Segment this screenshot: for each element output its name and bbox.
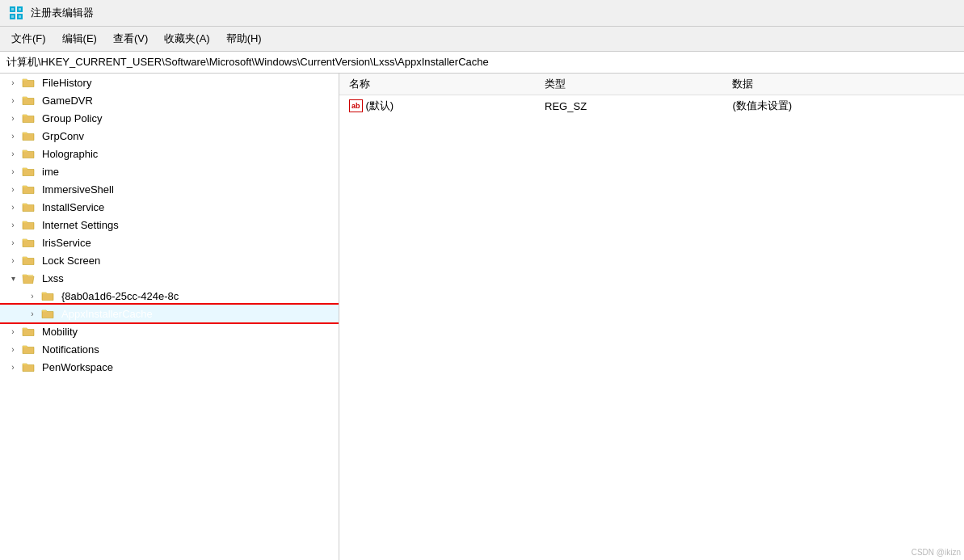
reg-name: ab(默认) (339, 95, 535, 117)
tree-label-grouppolicy: Group Policy (40, 112, 102, 124)
folder-icon-gamedvr (21, 94, 36, 107)
table-row[interactable]: ab(默认)REG_SZ(数值未设置) (339, 95, 964, 117)
tree-item-holographic[interactable]: › Holographic (0, 145, 339, 162)
app-icon (8, 5, 24, 21)
menu-item-a[interactable]: 收藏夹(A) (158, 29, 216, 48)
tree-label-grpconv: GrpConv (40, 130, 84, 142)
expand-icon-mobility[interactable]: › (6, 325, 19, 338)
folder-icon-grouppolicy (21, 112, 36, 124)
expand-icon-internetsettings[interactable]: › (6, 218, 19, 231)
expand-icon-immersiveshell[interactable]: › (6, 183, 19, 196)
registry-table: 名称 类型 数据 ab(默认)REG_SZ(数值未设置) (339, 74, 964, 116)
tree-label-penworkspace: PenWorkspace (40, 361, 113, 373)
tree-item-lockscreen[interactable]: › Lock Screen (0, 251, 339, 269)
expand-icon-grouppolicy[interactable]: › (6, 112, 19, 124)
tree-item-mobility[interactable]: › Mobility (0, 322, 339, 340)
expand-icon-filehistory[interactable]: › (6, 76, 19, 89)
expand-icon-lxss[interactable]: ▾ (6, 272, 19, 284)
tree-item-gamedvr[interactable]: › GameDVR (0, 91, 339, 109)
col-name: 名称 (339, 74, 535, 95)
tree-label-installservice: InstallService (40, 201, 104, 213)
tree-item-internetsettings[interactable]: › Internet Settings (0, 216, 339, 234)
expand-icon-notifications[interactable]: › (6, 343, 19, 356)
reg-data: (数值未设置) (722, 95, 964, 117)
folder-icon-notifications (21, 343, 36, 356)
svg-rect-4 (11, 8, 14, 11)
tree-item-filehistory[interactable]: › FileHistory (0, 74, 339, 91)
tree-label-lxss: Lxss (40, 272, 64, 284)
expand-icon-installservice[interactable]: › (6, 200, 19, 213)
tree-label-lockscreen: Lock Screen (40, 255, 100, 267)
tree-label-internetsettings: Internet Settings (40, 219, 119, 231)
tree-item-appxinstallercache[interactable]: › AppxInstallerCache (0, 305, 339, 322)
watermark: CSDN @ikizn (911, 548, 961, 557)
tree-item-irisservice[interactable]: › IrisService (0, 234, 339, 251)
folder-icon-mobility (21, 325, 36, 338)
tree-item-grouppolicy[interactable]: › Group Policy (0, 109, 339, 127)
right-panel: 名称 类型 数据 ab(默认)REG_SZ(数值未设置) (339, 74, 964, 560)
reg-type: REG_SZ (535, 95, 722, 117)
folder-icon-installservice (21, 200, 36, 213)
svg-rect-6 (11, 15, 14, 18)
folder-icon-lxss (21, 272, 36, 284)
folder-icon-appxinstallercache (40, 307, 55, 320)
tree-label-ime: ime (40, 166, 59, 178)
folder-icon-internetsettings (21, 218, 36, 231)
folder-icon-holographic (21, 147, 36, 160)
tree-item-notifications[interactable]: › Notifications (0, 340, 339, 358)
tree-item-immersiveshell[interactable]: › ImmersiveShell (0, 180, 339, 198)
breadcrumb-bar: 计算机\HKEY_CURRENT_USER\Software\Microsoft… (0, 52, 964, 74)
menu-item-v[interactable]: 查看(V) (107, 29, 154, 48)
expand-icon-lockscreen[interactable]: › (6, 254, 19, 267)
tree-label-filehistory: FileHistory (40, 77, 91, 89)
reg-default-label: (默认) (366, 99, 394, 113)
svg-rect-7 (19, 15, 21, 18)
tree-label-notifications: Notifications (40, 343, 99, 356)
svg-rect-5 (19, 8, 21, 11)
tree-label-irisservice: IrisService (40, 237, 91, 249)
folder-icon-irisservice (21, 236, 36, 249)
expand-icon-gamedvr[interactable]: › (6, 94, 19, 107)
folder-icon-penworkspace (21, 360, 36, 373)
menu-bar: 文件(F)编辑(E)查看(V)收藏夹(A)帮助(H) (0, 27, 964, 52)
tree-item-ime[interactable]: › ime (0, 162, 339, 180)
menu-item-h[interactable]: 帮助(H) (220, 29, 268, 48)
tree-label-appxinstallercache: AppxInstallerCache (60, 308, 153, 320)
menu-item-e[interactable]: 编辑(E) (56, 29, 103, 48)
tree-item-penworkspace[interactable]: › PenWorkspace (0, 358, 339, 376)
tree-item-grpconv[interactable]: › GrpConv (0, 127, 339, 145)
tree-label-gamedvr: GameDVR (40, 95, 93, 107)
tree-panel[interactable]: › FileHistory› GameDVR› Group Policy› Gr… (0, 74, 339, 560)
expand-icon-grpconv[interactable]: › (6, 129, 19, 142)
expand-icon-ime[interactable]: › (6, 165, 19, 178)
folder-icon-lxss-sub1 (40, 289, 55, 302)
tree-item-lxss-sub1[interactable]: › {8ab0a1d6-25cc-424e-8c (0, 287, 339, 305)
folder-icon-ime (21, 165, 36, 178)
expand-icon-irisservice[interactable]: › (6, 236, 19, 249)
col-data: 数据 (722, 74, 964, 95)
folder-icon-filehistory (21, 76, 36, 89)
tree-label-lxss-sub1: {8ab0a1d6-25cc-424e-8c (60, 290, 179, 302)
menu-item-f[interactable]: 文件(F) (5, 29, 53, 48)
expand-icon-lxss-sub1[interactable]: › (26, 289, 39, 302)
folder-icon-grpconv (21, 129, 36, 142)
expand-icon-holographic[interactable]: › (6, 147, 19, 160)
tree-item-installservice[interactable]: › InstallService (0, 198, 339, 216)
expand-icon-penworkspace[interactable]: › (6, 360, 19, 373)
col-type: 类型 (535, 74, 722, 95)
folder-icon-immersiveshell (21, 183, 36, 196)
main-content: › FileHistory› GameDVR› Group Policy› Gr… (0, 74, 964, 560)
tree-label-immersiveshell: ImmersiveShell (40, 183, 114, 196)
tree-item-lxss[interactable]: ▾ Lxss (0, 269, 339, 287)
folder-icon-lockscreen (21, 254, 36, 267)
tree-label-holographic: Holographic (40, 148, 98, 160)
tree-label-mobility: Mobility (40, 326, 78, 338)
window-title: 注册表编辑器 (31, 6, 94, 20)
breadcrumb: 计算机\HKEY_CURRENT_USER\Software\Microsoft… (6, 56, 489, 68)
expand-icon-appxinstallercache[interactable]: › (26, 307, 39, 320)
title-bar: 注册表编辑器 (0, 0, 964, 27)
ab-icon: ab (349, 99, 363, 112)
